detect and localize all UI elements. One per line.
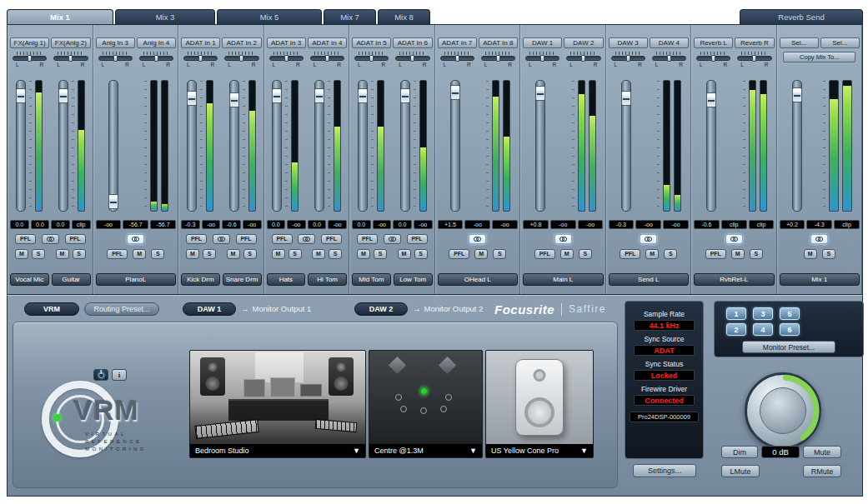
channel-name[interactable]: Hats: [267, 273, 306, 286]
fader-cap[interactable]: [621, 91, 631, 106]
mute-button[interactable]: M: [398, 249, 411, 259]
solo-button[interactable]: S: [579, 249, 592, 259]
monitor-preset-4-button[interactable]: 4: [753, 323, 773, 336]
pan-handle[interactable]: [239, 55, 243, 62]
pan-control[interactable]: LR: [437, 52, 478, 70]
pan-control[interactable]: LR: [9, 52, 50, 70]
channel-fader[interactable]: [400, 80, 410, 212]
output-select-button[interactable]: Sel...: [820, 37, 860, 48]
mix-output-fader[interactable]: [792, 80, 802, 212]
channel-fader[interactable]: [229, 80, 239, 212]
pan-control[interactable]: LR: [478, 52, 519, 70]
mute-button[interactable]: M: [804, 249, 817, 259]
mute-button[interactable]: M: [186, 249, 199, 259]
position-dot-selected[interactable]: [420, 387, 428, 395]
channel-fader[interactable]: [187, 80, 197, 212]
channel-name[interactable]: OHead L: [438, 273, 519, 286]
fader-cap[interactable]: [400, 88, 410, 103]
daw2-source-button[interactable]: DAW 2: [354, 302, 408, 316]
fader-cap[interactable]: [272, 88, 282, 103]
pan-control[interactable]: LR: [392, 52, 433, 70]
input-source-button[interactable]: ADAT In 1: [181, 37, 220, 48]
pan-control[interactable]: LR: [50, 52, 91, 70]
stereo-link-button[interactable]: [554, 234, 572, 244]
pan-track[interactable]: [652, 56, 686, 61]
stereo-link-button[interactable]: [725, 234, 743, 244]
mute-button[interactable]: M: [560, 249, 574, 259]
pan-control[interactable]: LR: [266, 52, 307, 70]
input-source-button[interactable]: ADAT In 6: [393, 37, 432, 48]
stereo-link-button[interactable]: [42, 234, 59, 244]
input-source-button[interactable]: ADAT In 2: [222, 37, 261, 48]
output-select-button[interactable]: Sel...: [780, 37, 819, 48]
pan-track[interactable]: [139, 56, 173, 61]
right-mute-button[interactable]: RMute: [803, 465, 841, 477]
pfl-button[interactable]: PFL: [449, 249, 469, 259]
stereo-fader[interactable]: [535, 80, 545, 212]
pan-handle[interactable]: [113, 55, 118, 62]
mute-button[interactable]: M: [227, 249, 240, 259]
stereo-link-button[interactable]: [810, 234, 828, 244]
pan-handle[interactable]: [667, 55, 671, 62]
input-source-button[interactable]: ADAT In 5: [352, 37, 391, 48]
pan-track[interactable]: [183, 56, 218, 61]
pan-handle[interactable]: [711, 55, 715, 62]
stereo-link-button[interactable]: [469, 234, 486, 244]
input-source-button[interactable]: Anlg In 3: [96, 37, 135, 48]
input-source-button[interactable]: FX(Anlg 2): [51, 37, 90, 48]
channel-name[interactable]: Vocal Mic: [10, 273, 49, 286]
position-dot[interactable]: [400, 406, 407, 412]
channel-fader[interactable]: [272, 80, 282, 212]
pan-control[interactable]: LR: [307, 52, 348, 70]
pan-handle[interactable]: [581, 55, 585, 62]
pan-track[interactable]: [310, 56, 344, 61]
solo-button[interactable]: S: [151, 249, 164, 259]
fader-cap[interactable]: [108, 194, 118, 209]
channel-name[interactable]: Kick Drm: [181, 273, 220, 286]
input-source-button[interactable]: DAW 4: [650, 37, 689, 48]
stereo-link-button[interactable]: [384, 234, 401, 244]
solo-button[interactable]: S: [73, 249, 86, 259]
channel-fader[interactable]: [358, 80, 368, 212]
routing-preset-button[interactable]: Routing Preset...: [84, 302, 159, 316]
dim-button[interactable]: Dim: [721, 446, 758, 458]
pan-handle[interactable]: [154, 55, 158, 62]
monitor-preset-2-button[interactable]: 2: [726, 323, 746, 336]
pan-handle[interactable]: [496, 55, 500, 62]
pan-track[interactable]: [98, 56, 133, 61]
pan-control[interactable]: LR: [351, 52, 392, 70]
pan-handle[interactable]: [68, 55, 73, 62]
pan-control[interactable]: LR: [734, 52, 775, 70]
pfl-button[interactable]: PFL: [357, 234, 378, 244]
solo-button[interactable]: S: [822, 249, 835, 259]
channel-name[interactable]: Main L: [523, 273, 604, 286]
pan-track[interactable]: [395, 56, 429, 61]
input-source-button[interactable]: Reverb R: [735, 37, 774, 48]
mute-button[interactable]: M: [272, 249, 285, 259]
daw1-source-button[interactable]: DAW 1: [183, 302, 236, 316]
solo-button[interactable]: S: [414, 249, 428, 259]
channel-fader[interactable]: [314, 80, 324, 212]
pan-handle[interactable]: [410, 55, 414, 62]
stereo-fader[interactable]: [706, 80, 716, 212]
monitor-volume-knob[interactable]: [745, 372, 821, 449]
tab-mix-7[interactable]: Mix 7: [324, 9, 376, 24]
stereo-link-button[interactable]: [640, 234, 657, 244]
monitor-preset-5-button[interactable]: 5: [780, 307, 800, 320]
pan-track[interactable]: [269, 56, 304, 61]
position-dot[interactable]: [420, 407, 427, 414]
solo-button[interactable]: S: [203, 249, 216, 259]
pan-track[interactable]: [737, 56, 771, 61]
stereo-link-button[interactable]: [127, 234, 144, 244]
input-source-button[interactable]: Reverb L: [694, 37, 733, 48]
monitor-preset-button[interactable]: Monitor Preset...: [742, 341, 835, 353]
pfl-button[interactable]: PFL: [705, 249, 726, 259]
pfl-button[interactable]: PFL: [236, 234, 257, 244]
channel-name[interactable]: Guitar: [52, 273, 91, 286]
room-preset-dropdown[interactable]: Bedroom Studio ▼: [190, 444, 365, 457]
input-source-button[interactable]: DAW 1: [523, 37, 562, 48]
stereo-link-button[interactable]: [213, 234, 230, 244]
pan-handle[interactable]: [540, 55, 544, 62]
speaker-preset-dropdown[interactable]: US Yellow Cone Pro ▼: [486, 444, 593, 457]
input-source-button[interactable]: ADAT In 3: [267, 37, 306, 48]
